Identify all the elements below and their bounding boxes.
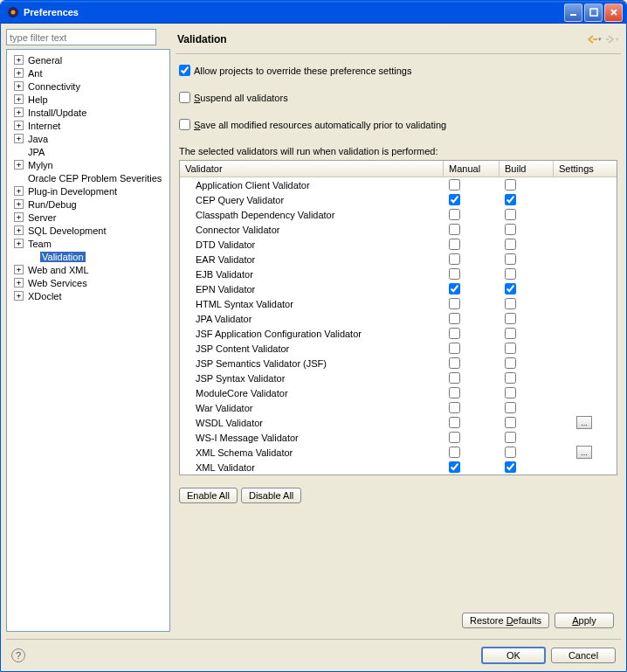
tree-item-internet[interactable]: +Internet [9,119,168,132]
table-row[interactable]: JSF Application Configuration Validator [180,326,617,341]
expand-icon[interactable]: + [14,94,24,104]
apply-button[interactable]: Apply [555,613,614,628]
suspend-checkbox[interactable] [179,92,190,103]
tree-item-ant[interactable]: +Ant [9,66,168,80]
manual-checkbox[interactable] [449,194,460,205]
expand-icon[interactable]: + [14,55,24,65]
build-checkbox[interactable] [505,447,516,458]
settings-button[interactable]: ... [576,416,592,429]
expand-icon[interactable]: + [14,121,24,130]
table-row[interactable]: XML Validator [180,460,617,475]
table-row[interactable]: EAR Validator [180,252,617,267]
build-checkbox[interactable] [505,283,516,294]
build-checkbox[interactable] [505,313,516,324]
manual-checkbox[interactable] [449,417,460,428]
expand-icon[interactable]: + [14,239,24,248]
back-button[interactable]: ▾ [588,32,602,46]
filter-input[interactable] [6,29,156,45]
manual-checkbox[interactable] [449,432,460,443]
tree-item-jpa[interactable]: JPA [9,145,168,158]
table-row[interactable]: CEP Query Validator [180,192,617,207]
table-row[interactable]: War Validator [180,400,617,415]
expand-icon[interactable]: + [14,134,24,143]
save-all-checkbox[interactable] [179,119,190,130]
build-checkbox[interactable] [505,357,516,369]
build-checkbox[interactable] [505,224,516,235]
forward-button[interactable]: ▾ [605,32,619,46]
tree-item-plug-in-development[interactable]: +Plug-in Development [9,184,168,197]
build-checkbox[interactable] [505,268,516,280]
table-row[interactable]: Connector Validator [180,222,617,237]
help-button[interactable]: ? [11,648,25,662]
tree-item-install-update[interactable]: +Install/Update [9,106,168,119]
build-checkbox[interactable] [505,298,516,309]
manual-checkbox[interactable] [449,313,460,324]
tree-item-sql-development[interactable]: +SQL Development [9,224,168,237]
cancel-button[interactable]: Cancel [551,648,616,663]
manual-checkbox[interactable] [449,387,460,398]
manual-checkbox[interactable] [449,283,460,294]
build-checkbox[interactable] [505,417,516,428]
expand-icon[interactable]: + [14,199,24,209]
manual-checkbox[interactable] [449,268,460,280]
tree-item-help[interactable]: +Help [9,93,168,106]
expand-icon[interactable]: + [14,265,24,274]
settings-button[interactable]: ... [576,446,592,459]
manual-checkbox[interactable] [449,357,460,369]
table-row[interactable]: WSDL Validator... [180,415,617,430]
maximize-button[interactable] [584,3,603,22]
col-validator[interactable]: Validator [180,161,444,177]
build-checkbox[interactable] [505,343,516,354]
manual-checkbox[interactable] [449,253,460,265]
allow-override-checkbox[interactable] [179,65,190,76]
expand-icon[interactable]: + [14,160,24,170]
manual-checkbox[interactable] [449,179,460,191]
tree-item-web-and-xml[interactable]: +Web and XML [9,263,168,276]
expand-icon[interactable]: + [14,81,24,91]
build-checkbox[interactable] [505,209,516,220]
table-row[interactable]: JSP Semantics Validator (JSF) [180,356,617,371]
tree-item-web-services[interactable]: +Web Services [9,276,168,289]
tree-item-mylyn[interactable]: +Mylyn [9,158,168,171]
manual-checkbox[interactable] [449,372,460,384]
table-row[interactable]: Application Client Validator [180,177,617,192]
build-checkbox[interactable] [505,432,516,443]
expand-icon[interactable]: + [14,68,24,78]
ok-button[interactable]: OK [481,647,546,664]
tree-item-server[interactable]: +Server [9,211,168,224]
expand-icon[interactable]: + [14,186,24,196]
preference-tree[interactable]: +General+Ant+Connectivity+Help+Install/U… [6,49,170,632]
table-row[interactable]: EPN Validator [180,281,617,296]
build-checkbox[interactable] [505,402,516,413]
tree-item-java[interactable]: +Java [9,132,168,145]
build-checkbox[interactable] [505,239,516,250]
tree-item-connectivity[interactable]: +Connectivity [9,80,168,93]
col-build[interactable]: Build [500,161,554,177]
tree-item-general[interactable]: +General [9,53,168,66]
table-row[interactable]: Classpath Dependency Validator [180,207,617,222]
manual-checkbox[interactable] [449,402,460,413]
col-settings[interactable]: Settings [554,161,617,177]
build-checkbox[interactable] [505,372,516,384]
table-row[interactable]: JSP Syntax Validator [180,371,617,385]
table-row[interactable]: EJB Validator [180,267,617,281]
restore-defaults-button[interactable]: Restore Defaults [462,613,549,628]
tree-item-team[interactable]: +Team [9,237,168,250]
build-checkbox[interactable] [505,328,516,339]
expand-icon[interactable]: + [14,225,24,235]
manual-checkbox[interactable] [449,461,460,473]
manual-checkbox[interactable] [449,239,460,250]
expand-icon[interactable]: + [14,278,24,288]
tree-item-oracle-cep-problem-severities[interactable]: Oracle CEP Problem Severities [9,171,168,184]
manual-checkbox[interactable] [449,343,460,354]
titlebar[interactable]: Preferences [1,1,626,24]
expand-icon[interactable]: + [14,291,24,301]
manual-checkbox[interactable] [449,298,460,309]
manual-checkbox[interactable] [449,209,460,220]
build-checkbox[interactable] [505,461,516,473]
table-row[interactable]: JSP Content Validator [180,341,617,356]
table-row[interactable]: WS-I Message Validator [180,430,617,445]
disable-all-button[interactable]: Disable All [241,488,301,503]
col-manual[interactable]: Manual [444,161,500,177]
table-row[interactable]: HTML Syntax Validator [180,296,617,311]
